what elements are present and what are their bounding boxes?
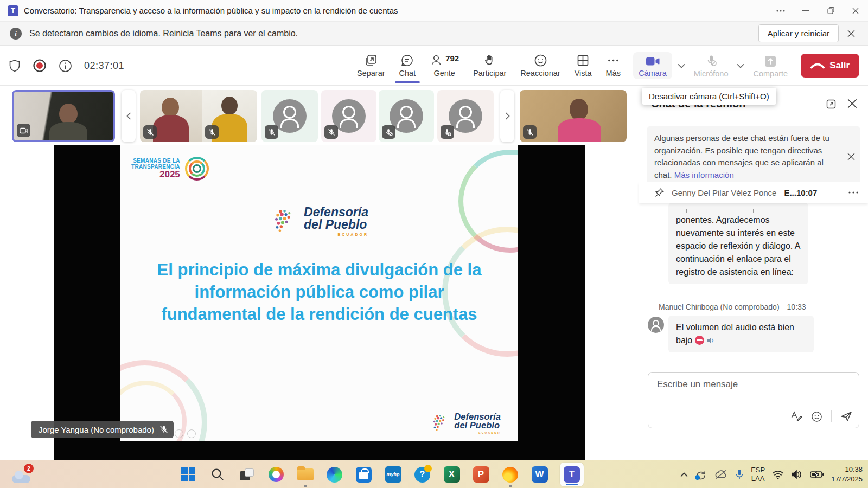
camera-button[interactable]: Cámara: [633, 52, 672, 79]
notification-badge: 2: [24, 464, 34, 473]
defensoria-logo-small: Defensoría del Pueblo ECUADOR: [430, 412, 501, 434]
presentation-stage: SEMANAS DE LA TRANSPARENCIA 2025: [54, 145, 585, 460]
word-button[interactable]: W: [531, 466, 548, 484]
leave-button[interactable]: Salir: [801, 54, 859, 78]
popout-chat-icon[interactable]: [826, 99, 837, 110]
search-icon: [210, 467, 225, 481]
participant-avatar-tile[interactable]: [321, 90, 376, 142]
share-button[interactable]: Comparte: [750, 52, 791, 80]
presenter-name-label: Jorge Yangua (No comprobado): [31, 421, 174, 438]
ecuador-map-icon: [430, 413, 450, 433]
myhp-button[interactable]: myhp: [384, 466, 402, 484]
edge-button[interactable]: [326, 466, 343, 484]
slide-title: El principio de máxima divulgación de la…: [150, 259, 488, 326]
banner-close-icon[interactable]: [839, 30, 864, 37]
people-button[interactable]: 792 Gente: [426, 52, 462, 80]
participant-video-tile[interactable]: [202, 90, 257, 142]
cloud-weather-icon: [12, 475, 30, 483]
strip-next-button[interactable]: [500, 90, 514, 142]
mic-muted-icon: [205, 125, 219, 139]
camera-tooltip: Desactivar cámara (Ctrl+Shift+O): [642, 88, 776, 105]
powerpoint-icon: P: [473, 466, 489, 483]
firefox-button[interactable]: [501, 466, 519, 484]
wifi-icon[interactable]: [772, 470, 784, 479]
view-button[interactable]: Vista: [571, 52, 595, 80]
participant-video-tile[interactable]: [140, 90, 202, 142]
excel-icon: X: [444, 466, 460, 483]
powerpoint-button[interactable]: P: [472, 466, 490, 484]
mic-blocked-icon: [382, 125, 395, 139]
self-video-tile[interactable]: [12, 90, 115, 142]
keyboard-language-indicator[interactable]: ESP LAA: [751, 466, 765, 483]
windows-logo-icon: [181, 467, 195, 481]
pinned-message-header[interactable]: Genny Del Pilar Vélez Ponce E...10:07: [639, 182, 868, 203]
microsoft-store-button[interactable]: [355, 466, 373, 484]
copilot-icon: [269, 467, 284, 482]
battery-charging-icon[interactable]: [810, 471, 824, 478]
people-count: 792: [445, 54, 459, 63]
strip-prev-button[interactable]: [122, 90, 136, 142]
mic-options-chevron-icon[interactable]: [737, 63, 744, 68]
more-info-link[interactable]: Más información: [674, 170, 734, 179]
onedrive-paused-icon[interactable]: [714, 470, 728, 479]
participant-avatar-tile[interactable]: [379, 90, 434, 142]
banner-message: Se detectaron cambios de idioma. Reinici…: [29, 29, 298, 38]
mic-muted-icon: [704, 54, 718, 68]
message-options-icon[interactable]: [848, 191, 858, 194]
task-view-button[interactable]: [238, 466, 256, 484]
tray-chevron-up-icon[interactable]: [680, 472, 688, 477]
language-change-banner: i Se detectaron cambios de idioma. Reini…: [0, 22, 868, 46]
sync-status-icon[interactable]: [695, 469, 707, 480]
clipped-text-fragment: [684, 208, 793, 214]
emoji-icon[interactable]: [811, 411, 822, 422]
format-icon[interactable]: [790, 411, 802, 422]
meeting-info-icon[interactable]: [59, 59, 72, 73]
close-chat-icon[interactable]: [847, 99, 857, 110]
info-icon: i: [10, 28, 22, 40]
edge-icon: [327, 467, 342, 483]
notice-close-icon[interactable]: [847, 153, 855, 160]
search-button[interactable]: [208, 466, 226, 484]
copilot-button[interactable]: [267, 466, 285, 484]
excel-button[interactable]: X: [443, 466, 461, 484]
mic-muted-icon: [265, 125, 278, 139]
volume-icon[interactable]: [791, 470, 803, 479]
participant-avatar-tile[interactable]: [437, 90, 494, 142]
external-users-notice: Algunas personas de este chat están fuer…: [647, 126, 860, 188]
camera-switch-icon[interactable]: [17, 124, 30, 137]
file-explorer-button[interactable]: [296, 466, 314, 484]
send-icon[interactable]: [840, 411, 852, 422]
pinned-meta: E...10:07: [784, 188, 817, 197]
restore-button[interactable]: [818, 0, 843, 21]
teams-app-icon: T: [8, 5, 18, 16]
mic-muted-icon: [143, 125, 157, 139]
chat-message-bubble: El volumen del audio está bien bajo: [668, 316, 814, 352]
chat-button[interactable]: Chat: [396, 52, 419, 80]
react-button[interactable]: Reaccionar: [517, 52, 563, 80]
close-button[interactable]: [843, 0, 868, 21]
taskbar-clock[interactable]: 10:38 17/7/2025: [831, 465, 863, 484]
minimize-button[interactable]: [793, 0, 818, 21]
breakout-button[interactable]: Separar: [354, 52, 388, 80]
mic-in-use-icon[interactable]: [735, 469, 744, 480]
speaker-video-tile[interactable]: [520, 90, 627, 142]
hp-support-button[interactable]: ?: [413, 466, 431, 484]
participant-avatar-tile[interactable]: [261, 90, 318, 142]
message-input[interactable]: [657, 379, 820, 390]
shield-icon: [9, 59, 21, 72]
window-title: Conversatorio: Transparencia y acceso a …: [24, 6, 398, 15]
message-header: Manuel Chiriboga (No comprobado) 10:33: [659, 303, 806, 311]
chat-panel: Chat de la reunión Algunas personas de e…: [639, 86, 868, 460]
windows-taskbar: 2 myhp ? X: [0, 460, 868, 488]
pinned-message-bubble: ponentes. Agradecemos nuevamente su inte…: [668, 203, 808, 284]
weather-widget[interactable]: 2: [12, 465, 34, 484]
apply-restart-button[interactable]: Aplicar y reiniciar: [758, 24, 839, 42]
microphone-button[interactable]: Micrófono: [691, 52, 732, 80]
teams-taskbar-button[interactable]: T: [560, 463, 584, 486]
start-button[interactable]: [179, 466, 197, 484]
toolbar-divider: [624, 55, 624, 76]
more-button[interactable]: Más: [603, 52, 624, 80]
window-more-button[interactable]: [768, 0, 793, 21]
camera-options-chevron-icon[interactable]: [678, 63, 685, 68]
raise-hand-button[interactable]: Participar: [470, 52, 509, 80]
